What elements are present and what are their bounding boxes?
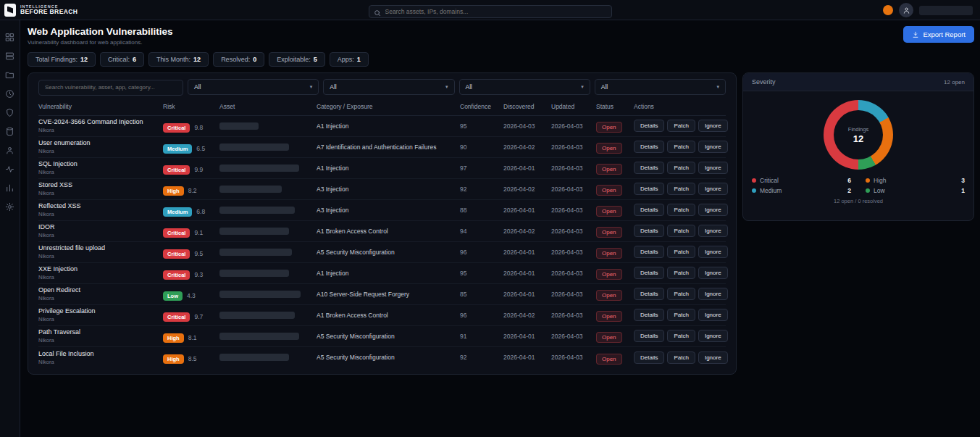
asset-redacted xyxy=(219,143,289,151)
dashboard-grid-icon[interactable] xyxy=(4,30,17,43)
vulnerability-search-input[interactable] xyxy=(38,80,183,96)
patch-button[interactable]: Patch xyxy=(667,309,695,321)
table-row[interactable]: Reflected XSS Nikora Medium6.8 A3 Inject… xyxy=(38,200,726,221)
filter-dropdown-3[interactable]: All▾ xyxy=(459,79,590,95)
table-row[interactable]: XXE Injection Nikora Critical9.3 A1 Inje… xyxy=(38,263,726,284)
patch-button[interactable]: Patch xyxy=(667,288,695,300)
ignore-button[interactable]: Ignore xyxy=(698,309,728,321)
severity-legend: Critical 6 High 3 Medium 2 Low 1 xyxy=(743,170,973,194)
legend-item: Low 1 xyxy=(866,187,965,194)
details-button[interactable]: Details xyxy=(634,351,664,364)
details-button[interactable]: Details xyxy=(634,267,664,279)
patch-button[interactable]: Patch xyxy=(667,183,695,195)
confidence-cell: 95 xyxy=(460,270,503,277)
ignore-button[interactable]: Ignore xyxy=(698,141,728,153)
table-row[interactable]: IDOR Nikora Critical9.1 A1 Broken Access… xyxy=(38,221,726,242)
gear-icon[interactable] xyxy=(4,200,17,213)
ignore-button[interactable]: Ignore xyxy=(698,351,728,364)
table-row[interactable]: Path Traversal Nikora High8.1 A5 Securit… xyxy=(38,326,726,347)
filter-dropdowns: All▾All▾All▾All▾ xyxy=(188,79,726,96)
details-button[interactable]: Details xyxy=(634,162,664,174)
details-button[interactable]: Details xyxy=(634,183,664,195)
category-cell: A1 Injection xyxy=(317,165,460,172)
risk-badge: High xyxy=(163,333,184,343)
details-button[interactable]: Details xyxy=(634,288,664,300)
user-icon[interactable] xyxy=(4,143,17,157)
table-row[interactable]: Open Redirect Nikora Low4.3 A10 Server-S… xyxy=(38,284,726,305)
donut-center-value: 12 xyxy=(853,133,863,144)
table-row[interactable]: SQL Injection Nikora Critical9.9 A1 Inje… xyxy=(38,158,726,179)
table-row[interactable]: Privilege Escalation Nikora Critical9.7 … xyxy=(38,305,726,326)
stat-value: 12 xyxy=(80,56,88,63)
table-row[interactable]: Stored XSS Nikora High8.2 A3 Injection 9… xyxy=(38,179,726,200)
username-redacted xyxy=(919,6,973,15)
table-row[interactable]: CVE-2024-3566 Command Injection Nikora C… xyxy=(38,116,726,137)
database-icon[interactable] xyxy=(4,125,17,138)
activity-icon[interactable] xyxy=(4,162,17,175)
status-badge: Open xyxy=(596,185,622,196)
ignore-button[interactable]: Ignore xyxy=(698,288,728,300)
table-header-row: VulnerabilityRiskAssetCategory / Exposur… xyxy=(38,99,726,116)
details-button[interactable]: Details xyxy=(634,309,664,321)
ignore-button[interactable]: Ignore xyxy=(698,162,728,174)
asset-redacted xyxy=(219,228,289,235)
filter-dropdown-1[interactable]: All▾ xyxy=(188,79,319,95)
details-button[interactable]: Details xyxy=(634,204,664,216)
discovered-cell: 2026-04-03 xyxy=(503,122,551,130)
patch-button[interactable]: Patch xyxy=(667,267,695,279)
details-button[interactable]: Details xyxy=(634,246,664,258)
export-report-button[interactable]: Export Report xyxy=(903,26,974,43)
severity-panel: Severity 12 open Findings 12 Critical 6 … xyxy=(742,72,974,221)
column-header: Actions xyxy=(634,103,726,110)
table-row[interactable]: User enumeration Nikora Medium6.5 A7 Ide… xyxy=(38,137,726,158)
ignore-button[interactable]: Ignore xyxy=(698,204,728,216)
global-search-input[interactable] xyxy=(369,5,612,18)
patch-button[interactable]: Patch xyxy=(667,120,695,132)
discovered-cell: 2026-04-01 xyxy=(503,270,551,277)
chevron-down-icon: ▾ xyxy=(310,84,313,90)
avatar[interactable] xyxy=(899,3,913,17)
vulnerability-source: Nikora xyxy=(38,211,163,217)
patch-button[interactable]: Patch xyxy=(667,162,695,174)
bar-chart-icon[interactable] xyxy=(4,181,17,194)
risk-score: 8.2 xyxy=(188,187,197,194)
filter-dropdown-2[interactable]: All▾ xyxy=(323,79,454,95)
notification-badge[interactable] xyxy=(883,5,893,15)
patch-button[interactable]: Patch xyxy=(667,246,695,258)
page-subtitle: Vulnerability dashboard for web applicat… xyxy=(28,39,173,46)
ignore-button[interactable]: Ignore xyxy=(698,183,728,195)
details-button[interactable]: Details xyxy=(634,330,664,342)
patch-button[interactable]: Patch xyxy=(667,330,695,342)
ignore-button[interactable]: Ignore xyxy=(698,120,728,132)
ignore-button[interactable]: Ignore xyxy=(698,330,728,342)
ignore-button[interactable]: Ignore xyxy=(698,267,728,279)
details-button[interactable]: Details xyxy=(634,120,664,132)
server-icon[interactable] xyxy=(4,49,17,62)
severity-open-count: 12 open xyxy=(944,79,965,86)
status-badge: Open xyxy=(596,164,622,175)
risk-badge: Critical xyxy=(163,249,190,259)
vulnerability-source: Nikora xyxy=(38,253,163,259)
details-button[interactable]: Details xyxy=(634,225,664,237)
category-cell: A5 Security Misconfiguration xyxy=(317,333,460,340)
patch-button[interactable]: Patch xyxy=(667,351,695,364)
filter-dropdown-4[interactable]: All▾ xyxy=(595,79,726,95)
patch-button[interactable]: Patch xyxy=(667,225,695,237)
ignore-button[interactable]: Ignore xyxy=(698,225,728,237)
brand[interactable]: INTELLIGENCE BEFORE BREACH xyxy=(0,4,78,17)
stat-label: Apps: xyxy=(338,56,354,63)
table-row[interactable]: Local File Inclusion Nikora High8.5 A5 S… xyxy=(38,347,726,368)
ignore-button[interactable]: Ignore xyxy=(698,246,728,258)
clock-icon[interactable] xyxy=(4,87,17,100)
brand-bottom-text: BEFORE BREACH xyxy=(20,9,78,15)
column-header: Risk xyxy=(163,103,219,110)
patch-button[interactable]: Patch xyxy=(667,204,695,216)
risk-badge: Medium xyxy=(163,207,192,217)
table-row[interactable]: Unrestricted file upload Nikora Critical… xyxy=(38,242,726,263)
asset-redacted xyxy=(219,207,295,214)
details-button[interactable]: Details xyxy=(634,141,664,153)
patch-button[interactable]: Patch xyxy=(667,141,695,153)
shield-icon[interactable] xyxy=(4,106,17,119)
confidence-cell: 96 xyxy=(460,312,503,319)
folder-icon[interactable] xyxy=(4,68,17,81)
